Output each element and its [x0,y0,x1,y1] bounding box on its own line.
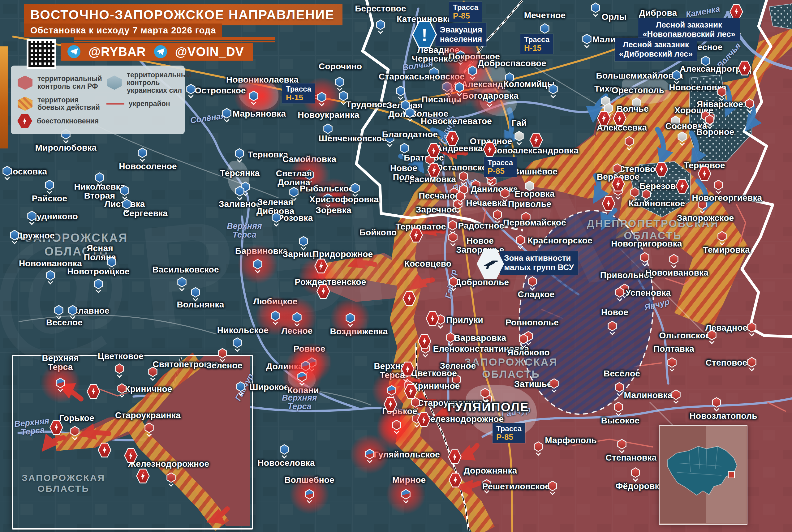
map-extent-marker [728,472,734,478]
evacuation-label: Эвакуация населения [435,23,486,46]
map-stage: @РЫБАР ВОСТОЧНО-ЗАПОРОЖСКОЕ НАПРАВЛЕНИЕ … [0,0,792,532]
road-sign: ТрассаН-15 [521,34,553,54]
qr-code [26,39,56,69]
evacuation-warning-icon: ! [412,20,437,49]
fortified-line-icon [107,103,125,104]
header-strip [74,37,275,40]
road-sign: ТрассаР-85 [484,157,517,177]
telegram-icon [68,45,80,58]
road-sign-word: Трасса [496,425,522,433]
road-sign-code: Н-15 [524,44,549,53]
header-strip [74,41,275,42]
road-sign-code: Р-85 [488,167,513,176]
settlement-marker [471,180,481,190]
clashes-icon [17,114,33,128]
road-sign-code: Р-85 [496,433,522,442]
road-sign-code: Р-85 [453,12,478,20]
settlement-marker [449,187,459,198]
advance-arrow-red [401,381,418,383]
road-sign: ТрассаН-15 [282,83,315,103]
legend-item-rf-control: территориальный контроль сил РФ [17,75,102,90]
channel-handle: @VOIN_DV [175,45,244,59]
page-subtitle: Обстановка к исходу 7 марта 2026 года [24,23,222,37]
road-sign: ТрассаР-85 [492,423,525,443]
combat-zone-icon [17,96,33,111]
detail-inset-frame [12,355,253,530]
rifle-icon [476,248,505,279]
channels-banner: @RYBAR @VOIN_DV [61,43,253,61]
road-sign-word: Трасса [524,36,549,44]
legend: территориальный контроль сил РФ территор… [11,65,185,134]
legend-item-clashes: боестолкновения [17,114,102,128]
road-sign-word: Трасса [488,159,513,167]
settlement-marker [705,112,715,122]
road-sign-word: Трасса [286,85,311,93]
legend-item-combat-zone: территория боевых действий [17,96,102,112]
road-sign: ТрассаР-85 [449,2,482,22]
advance-arrow-red [423,230,443,232]
settlement-marker [677,131,687,142]
settlement-marker [483,394,492,404]
road-sign-word: Трасса [453,3,478,12]
telegram-icon [154,45,167,58]
legend-item-ua-control: территориальный контроль украинских сил [107,71,191,94]
page-title: ВОСТОЧНО-ЗАПОРОЖСКОЕ НАПРАВЛЕНИЕ [24,4,342,25]
settlement-marker [458,171,468,182]
ukraine-inset-map [659,425,748,525]
ua-control-icon [107,75,122,90]
road-sign-code: Н-15 [286,93,311,102]
channel-handle: @RYBAR [89,45,146,59]
forest-reserve-label: Лесной заказник «Дибровский лес» [615,38,697,61]
legend-item-fortified-area: укрепрайон [107,100,191,108]
advance-arrow-red [445,152,466,153]
rf-control-icon [17,75,33,90]
left-accent-bar [0,46,8,149]
settlement-marker [487,176,497,187]
vsu-zone-label: Зона активности малых групп ВСУ [499,251,578,275]
advance-arrow-red [352,263,375,265]
